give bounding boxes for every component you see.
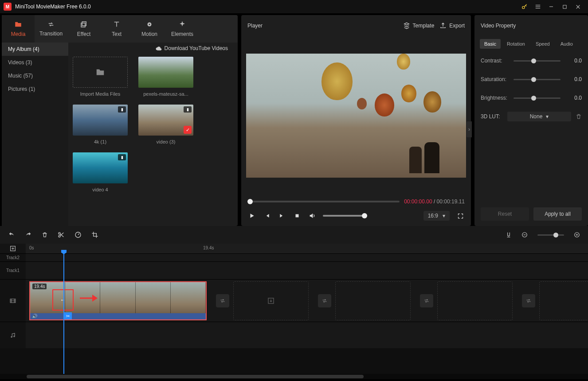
contrast-slider[interactable] <box>514 60 561 62</box>
transition-slot-icon[interactable] <box>318 294 331 307</box>
speed-button[interactable] <box>74 231 82 238</box>
player-title: Player <box>247 23 398 29</box>
apply-all-button[interactable]: Apply to all <box>533 207 582 221</box>
media-sidebar: My Album (4) Videos (3) Music (57) Pictu… <box>2 43 68 226</box>
volume-slider[interactable] <box>323 215 367 217</box>
video-track-icon <box>0 280 26 322</box>
sidebar-item-music[interactable]: Music (57) <box>2 69 68 82</box>
media-item[interactable]: pexels-mateusz-sa... <box>138 57 193 97</box>
preview-video[interactable] <box>246 54 466 178</box>
transition-slot-icon[interactable] <box>216 294 229 307</box>
maximize-button[interactable] <box>558 0 571 13</box>
empty-clip-slot[interactable] <box>539 281 588 320</box>
brightness-slider[interactable] <box>514 97 561 99</box>
ribbon-tab-label: Effect <box>77 31 90 37</box>
sparkle-icon <box>178 20 186 28</box>
crop-button[interactable] <box>91 231 98 238</box>
download-youtube-link[interactable]: Download YouTube Videos <box>73 43 233 54</box>
player-time: 00:00:00.00 / 00:00:19.11 <box>404 198 465 205</box>
media-item[interactable]: ▮ ✓ video (3) <box>138 105 193 144</box>
timeline-scrollbar[interactable] <box>0 374 588 379</box>
svg-rect-6 <box>296 214 299 218</box>
player-scrubber[interactable] <box>247 201 400 202</box>
chevron-down-icon: ▾ <box>443 213 445 219</box>
transition-slot-icon[interactable] <box>522 294 535 307</box>
contrast-value: 0.0 <box>565 58 582 64</box>
snap-button[interactable] <box>506 231 512 238</box>
empty-clip-slot[interactable] <box>233 281 309 320</box>
template-label: Template <box>413 23 435 29</box>
export-icon <box>439 22 447 29</box>
ribbon-tab-media[interactable]: Media <box>2 15 35 43</box>
sidebar-item-videos[interactable]: Videos (3) <box>2 56 68 69</box>
yt-link-label: Download YouTube Videos <box>165 45 228 51</box>
ribbon-tab-effect[interactable]: Effect <box>67 15 100 43</box>
empty-clip-slot[interactable] <box>437 281 513 320</box>
template-button[interactable]: Template <box>403 22 435 29</box>
transition-slot-icon[interactable] <box>420 294 433 307</box>
svg-rect-3 <box>81 23 85 27</box>
total-time: 00:00:19.11 <box>437 198 465 205</box>
play-button[interactable] <box>247 211 256 220</box>
close-button[interactable] <box>571 0 584 13</box>
media-panel: Media Transition Effect Text Motion Elem… <box>2 15 238 226</box>
split-button[interactable] <box>58 231 65 238</box>
zoom-slider[interactable] <box>537 234 564 236</box>
video-clip[interactable]: 19.4s 🔊 ↔ ✂ <box>29 281 207 320</box>
sidebar-item-my-album[interactable]: My Album (4) <box>2 43 68 56</box>
template-icon <box>403 22 410 29</box>
delete-lut-button[interactable] <box>576 113 582 120</box>
text-icon <box>113 20 121 28</box>
empty-clip-slot[interactable] <box>335 281 411 320</box>
svg-point-5 <box>149 24 150 25</box>
layers-icon <box>80 20 88 28</box>
reset-button[interactable]: Reset <box>481 207 529 221</box>
export-button[interactable]: Export <box>439 22 465 29</box>
media-item-label: 4k (1) <box>94 139 106 144</box>
split-handle[interactable]: ✂ <box>64 312 72 320</box>
clip-audio-strip: 🔊 <box>30 313 206 319</box>
minimize-button[interactable] <box>545 0 558 13</box>
video-badge-icon: ▮ <box>184 106 192 113</box>
lut-select[interactable]: None ▾ <box>507 112 571 121</box>
import-label: Import Media Files <box>80 91 120 97</box>
prop-tab-audio[interactable]: Audio <box>556 39 577 49</box>
video-badge-icon: ▮ <box>118 154 126 160</box>
expand-properties-button[interactable]: › <box>466 121 472 137</box>
next-frame-button[interactable] <box>278 211 286 220</box>
clip-duration: 19.4s <box>32 284 47 289</box>
ribbon-tab-text[interactable]: Text <box>100 15 133 43</box>
zoom-in-button[interactable] <box>574 232 580 238</box>
prev-frame-button[interactable] <box>263 211 271 220</box>
add-track-button[interactable] <box>0 244 26 253</box>
ruler-tick: 19.4s <box>203 245 214 250</box>
prop-tab-basic[interactable]: Basic <box>480 39 501 49</box>
zoom-out-button[interactable] <box>521 232 528 238</box>
volume-button[interactable] <box>308 211 317 220</box>
redo-button[interactable] <box>25 232 32 238</box>
media-item[interactable]: ▮ 4k (1) <box>73 105 128 144</box>
media-item[interactable]: ▮ video 4 <box>73 152 128 192</box>
delete-button[interactable] <box>42 231 48 238</box>
timeline-ruler[interactable]: 0s 19.4s <box>0 244 588 253</box>
prop-tab-rotation[interactable]: Rotation <box>502 39 529 49</box>
ribbon-tab-elements[interactable]: Elements <box>166 15 199 43</box>
ribbon-tab-transition[interactable]: Transition <box>35 15 67 43</box>
license-key-icon[interactable] <box>518 0 531 13</box>
swap-icon <box>47 21 55 28</box>
prop-tab-speed[interactable]: Speed <box>531 39 554 49</box>
aspect-ratio-select[interactable]: 16:9 ▾ <box>423 211 450 221</box>
sidebar-item-pictures[interactable]: Pictures (1) <box>2 82 68 96</box>
ribbon-tab-label: Transition <box>39 31 63 37</box>
undo-button[interactable] <box>8 232 15 238</box>
stop-button[interactable] <box>293 211 302 220</box>
playhead[interactable] <box>63 253 64 374</box>
svg-rect-1 <box>563 5 566 8</box>
titlebar: M MiniTool MovieMaker Free 6.0.0 <box>0 0 588 13</box>
import-media-card[interactable]: Import Media Files <box>73 57 128 97</box>
saturation-slider[interactable] <box>514 79 561 80</box>
fullscreen-button[interactable] <box>456 211 465 220</box>
ribbon-tab-motion[interactable]: Motion <box>133 15 166 43</box>
menu-icon[interactable] <box>531 0 545 13</box>
track-label: Track1 <box>0 262 26 279</box>
